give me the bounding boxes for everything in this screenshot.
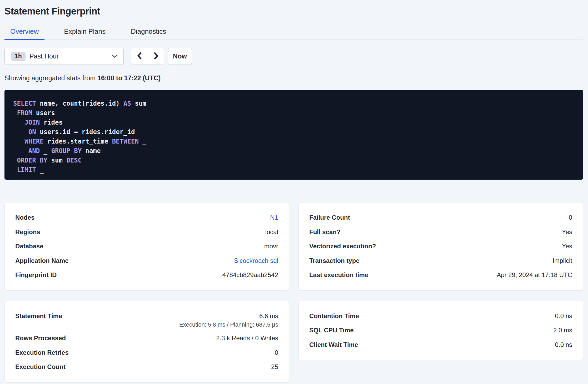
stat-row: Application Name$ cockroach sql <box>15 254 278 268</box>
sql-statement-text: SELECT name, count(rides.id) AS sum FROM… <box>13 99 574 175</box>
stat-row: Last execution timeApr 29, 2024 at 17:18… <box>309 268 572 282</box>
tab-diagnostics[interactable]: Diagnostics <box>125 27 172 40</box>
stat-label: Transaction type <box>309 257 360 264</box>
stat-label: Database <box>15 243 43 250</box>
stat-label: Failure Count <box>309 214 350 221</box>
stat-label: Client Wait Time <box>309 341 358 348</box>
tab-bar: OverviewExplain PlansDiagnostics <box>4 27 583 40</box>
stat-label: Vectorized execution? <box>309 243 376 250</box>
time-controls: 1h Past Hour Now <box>4 48 583 65</box>
stat-value: 6.6 ms <box>259 312 278 320</box>
stat-label: Full scan? <box>309 228 341 236</box>
tab-overview[interactable]: Overview <box>4 27 44 40</box>
stat-row: NodesN1 <box>15 210 278 225</box>
previous-range-button[interactable] <box>131 48 148 65</box>
stat-row: Regionslocal <box>15 225 278 239</box>
stat-value: Apr 29, 2024 at 17:18 UTC <box>497 271 572 279</box>
execution-attributes-card: Failure Count0Full scan?YesVectorized ex… <box>298 202 583 291</box>
stat-row: Execution Retries0 <box>15 346 278 360</box>
stat-value[interactable]: N1 <box>270 214 278 221</box>
stat-row: Statement Time6.6 msExecution: 5.8 ms / … <box>15 309 278 331</box>
stat-row: Transaction typeImplicit <box>309 254 572 268</box>
statement-details-card: NodesN1RegionslocalDatabasemovrApplicati… <box>4 202 289 291</box>
stat-row: Contention Time0.0 ns <box>309 309 572 323</box>
stat-value: 0 <box>569 214 572 221</box>
stat-value[interactable]: $ cockroach sql <box>234 257 278 264</box>
stat-row: Full scan?Yes <box>309 225 572 239</box>
stat-row: Execution Count25 <box>15 360 278 374</box>
stat-row: Rows Processed2.3 k Reads / 0 Writes <box>15 331 278 346</box>
next-range-button[interactable] <box>148 48 164 65</box>
stat-value: 0.0 ns <box>555 341 572 348</box>
stats-caption-prefix: Showing aggregated stats from <box>4 74 97 82</box>
stat-label: Execution Count <box>15 363 66 371</box>
page-container: Statement Fingerprint OverviewExplain Pl… <box>0 0 588 382</box>
stat-label: Regions <box>15 228 40 236</box>
stat-value: 0 <box>275 349 278 356</box>
stat-row: Client Wait Time0.0 ns <box>309 338 572 352</box>
stat-value: Yes <box>562 243 572 250</box>
sql-statement-box: SELECT name, count(rides.id) AS sum FROM… <box>4 90 583 180</box>
stat-label: Rows Processed <box>15 334 66 342</box>
summary-cards: NodesN1RegionslocalDatabasemovrApplicati… <box>4 202 583 382</box>
stat-label: Application Name <box>15 257 69 264</box>
stat-row: Databasemovr <box>15 239 278 254</box>
chevron-right-icon <box>153 52 160 60</box>
statement-timing-card: Statement Time6.6 msExecution: 5.8 ms / … <box>4 301 289 382</box>
stat-value: local <box>265 228 278 236</box>
stat-label: Nodes <box>15 214 34 221</box>
stat-value: 25 <box>271 363 278 371</box>
chevron-left-icon <box>136 52 143 60</box>
now-button[interactable]: Now <box>168 48 192 65</box>
stat-row: Fingerprint ID4784cb829aab2542 <box>15 268 278 282</box>
page-title: Statement Fingerprint <box>4 0 583 17</box>
stat-value: Implicit <box>552 257 572 264</box>
stat-value: 0.0 ns <box>555 312 572 320</box>
stat-row: SQL CPU Time2.0 ms <box>309 323 572 338</box>
range-pager <box>131 48 164 65</box>
stat-row: Vectorized execution?Yes <box>309 239 572 254</box>
stats-caption-range: 16:00 to 17:22 (UTC) <box>97 74 161 82</box>
stat-row: Failure Count0 <box>309 210 572 225</box>
stat-value: 2.0 ms <box>553 327 572 334</box>
stat-label: SQL CPU Time <box>309 327 354 334</box>
stat-value: 4784cb829aab2542 <box>222 271 278 279</box>
time-range-label: Past Hour <box>29 52 59 60</box>
time-range-picker[interactable]: 1h Past Hour <box>4 48 124 65</box>
stat-label: Fingerprint ID <box>15 271 57 279</box>
stat-label: Last execution time <box>309 271 368 279</box>
aggregated-stats-caption: Showing aggregated stats from 16:00 to 1… <box>4 74 583 82</box>
tab-explain-plans[interactable]: Explain Plans <box>58 27 111 40</box>
chevron-down-icon <box>112 55 118 58</box>
stat-label: Execution Retries <box>15 349 69 356</box>
stat-value: Yes <box>562 228 572 236</box>
wait-time-card: Contention Time0.0 nsSQL CPU Time2.0 msC… <box>298 301 583 360</box>
stat-value: 2.3 k Reads / 0 Writes <box>216 334 278 342</box>
time-range-badge: 1h <box>11 52 26 61</box>
stat-value-detail: Execution: 5.8 ms / Planning: 687.5 µs <box>15 322 278 328</box>
stat-label: Contention Time <box>309 312 359 320</box>
stat-value: movr <box>264 243 278 250</box>
stat-label: Statement Time <box>15 312 62 320</box>
